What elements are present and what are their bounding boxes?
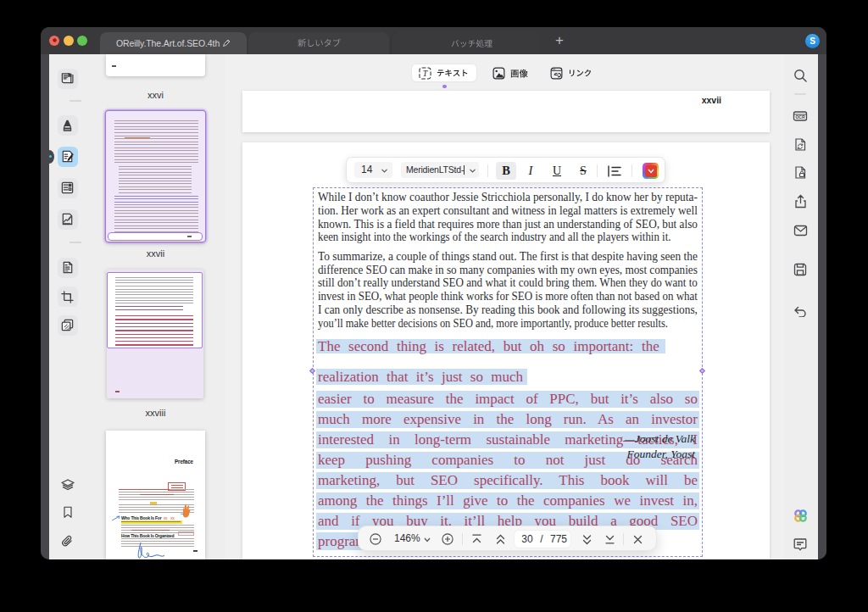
- svg-text:OCR: OCR: [795, 114, 805, 120]
- svg-text:T: T: [423, 68, 429, 77]
